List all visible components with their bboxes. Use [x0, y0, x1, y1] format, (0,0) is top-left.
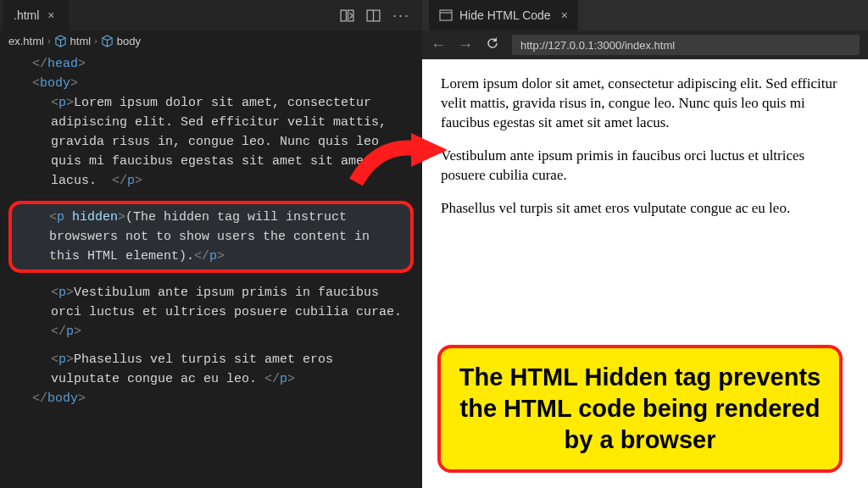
code-line: <p>Phasellus vel turpis sit amet eros vu… — [14, 350, 409, 389]
chevron-right-icon: › — [94, 36, 97, 46]
code-line: <p hidden>(The hidden tag will instruct … — [17, 208, 405, 266]
compare-icon[interactable] — [340, 8, 354, 23]
editor-pane: .html × ··· ex.html › html › — [0, 0, 422, 488]
code-line: <body> — [14, 74, 409, 93]
editor-tab-actions: ··· — [340, 7, 419, 25]
code-line: <p>Vestibulum ante ipsum primis in fauci… — [14, 283, 409, 341]
breadcrumb-body[interactable]: body — [101, 35, 141, 47]
element-icon — [101, 35, 114, 47]
split-editor-icon[interactable] — [366, 8, 381, 23]
code-line: </head> — [14, 54, 409, 74]
browser-tab-bar: Hide HTML Code × — [422, 0, 868, 30]
breadcrumb[interactable]: ex.html › html › body — [0, 30, 422, 51]
explanation-callout: The HTML Hidden tag prevents the HTML co… — [437, 345, 843, 473]
rendered-paragraph: Vestibulum ante ipsum primis in faucibus… — [441, 147, 849, 186]
svg-rect-0 — [341, 10, 346, 21]
browser-preview-pane: Hide HTML Code × ← → http://127.0.0.1:30… — [422, 0, 868, 488]
code-line: </body> — [14, 389, 409, 408]
browser-reload-button[interactable] — [485, 36, 500, 54]
rendered-paragraph: Lorem ipsum dolor sit amet, consectetur … — [441, 75, 849, 133]
breadcrumb-html-label: html — [70, 35, 92, 47]
breadcrumb-body-label: body — [117, 35, 141, 47]
rendered-paragraph: Phasellus vel turpis sit amet eros vulpu… — [441, 199, 849, 219]
browser-tab-title: Hide HTML Code — [459, 8, 551, 22]
code-editor[interactable]: </head> <body> <p>Lorem ipsum dolor sit … — [0, 51, 422, 488]
browser-tab[interactable]: Hide HTML Code × — [429, 0, 578, 30]
chevron-right-icon: › — [47, 36, 51, 46]
tab-filename: .html — [14, 8, 39, 22]
editor-tab-bar: .html × ··· — [0, 0, 422, 30]
breadcrumb-file-label: ex.html — [8, 35, 44, 47]
browser-forward-button[interactable]: → — [458, 36, 473, 54]
svg-rect-5 — [440, 10, 452, 20]
more-actions-icon[interactable]: ··· — [392, 7, 410, 25]
browser-nav-controls: ← → http://127.0.0.1:3000/index.html — [422, 30, 868, 59]
callout-text: The HTML Hidden tag prevents the HTML co… — [459, 363, 821, 453]
browser-back-button[interactable]: ← — [431, 36, 446, 54]
element-icon — [54, 35, 67, 47]
breadcrumb-html[interactable]: html — [54, 35, 92, 47]
svg-marker-4 — [411, 133, 448, 167]
browser-url-bar[interactable]: http://127.0.0.1:3000/index.html — [512, 35, 860, 55]
close-icon[interactable]: × — [561, 8, 568, 22]
preview-icon — [439, 8, 453, 22]
highlighted-code-block: <p hidden>(The hidden tag will instruct … — [8, 201, 414, 273]
arrow-annotation-icon — [348, 131, 449, 199]
browser-content: Lorem ipsum dolor sit amet, consectetur … — [422, 59, 868, 488]
close-icon[interactable]: × — [44, 7, 58, 24]
browser-url-text: http://127.0.0.1:3000/index.html — [520, 39, 675, 52]
editor-tab-index-html[interactable]: .html × — [3, 0, 69, 30]
breadcrumb-file[interactable]: ex.html — [8, 35, 44, 47]
